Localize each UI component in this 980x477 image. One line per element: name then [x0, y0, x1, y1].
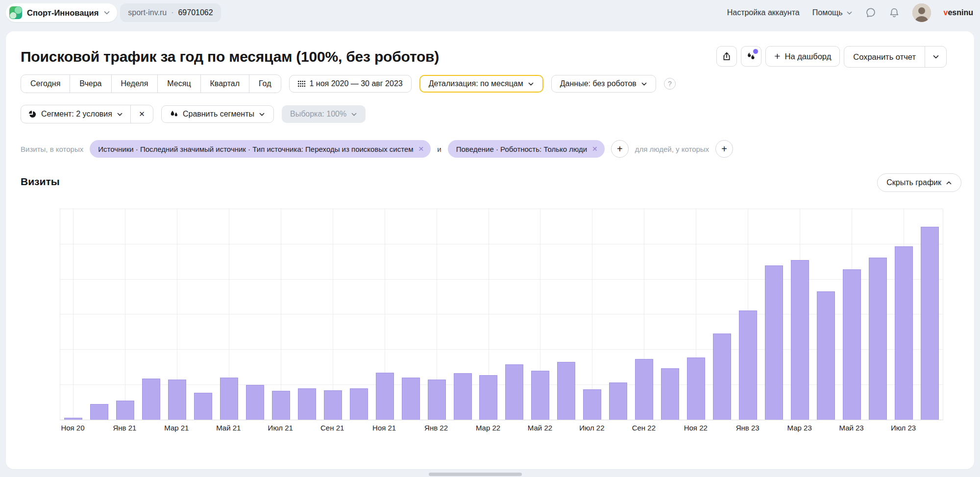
- chart-bar[interactable]: [454, 373, 472, 420]
- bar-slot: [579, 209, 605, 420]
- chart-bar[interactable]: [609, 382, 627, 420]
- chart-bar[interactable]: [843, 269, 861, 420]
- remove-filter-icon[interactable]: ✕: [418, 145, 424, 153]
- filter-chip-robots[interactable]: Поведение · Роботность: Только люди ✕: [448, 140, 605, 158]
- filter-chip-source-type[interactable]: Источники · Последний значимый источник …: [90, 140, 431, 158]
- for-people-label: для людей, у которых: [635, 145, 709, 153]
- x-tick-label: Ноя 20: [61, 424, 84, 432]
- bar-slot: [891, 209, 917, 420]
- chart-bar[interactable]: [298, 388, 316, 420]
- project-switcher[interactable]: Спорт-Инновация: [6, 3, 117, 22]
- chart-bar[interactable]: [557, 362, 575, 420]
- notifications-icon[interactable]: [889, 7, 900, 18]
- x-tick-label: Янв 21: [113, 424, 136, 432]
- chart-bar[interactable]: [739, 310, 757, 420]
- chart-bar[interactable]: [765, 265, 783, 420]
- chart-bar[interactable]: [64, 418, 82, 420]
- chevron-down-icon: [117, 111, 123, 118]
- period-button-4[interactable]: Квартал: [201, 75, 249, 93]
- period-button-3[interactable]: Месяц: [158, 75, 200, 93]
- date-range-label: 1 ноя 2020 — 30 авг 2023: [310, 79, 403, 88]
- x-tick-label: Янв 22: [424, 424, 448, 432]
- visits-in-which-label: Визиты, в которых: [21, 145, 83, 153]
- chart-bar[interactable]: [90, 404, 108, 420]
- detail-select[interactable]: Детализация: по месяцам: [419, 75, 543, 93]
- chart-bar[interactable]: [635, 359, 653, 420]
- help-question-icon[interactable]: ?: [664, 78, 676, 90]
- x-tick-label: Мар 23: [787, 424, 812, 432]
- ai-summary-button[interactable]: [741, 46, 761, 67]
- chart-bar[interactable]: [531, 371, 549, 420]
- report-card: Поисковой трафик за год по месяцам (100%…: [6, 31, 974, 469]
- bar-slot: [268, 209, 294, 420]
- chart-bar[interactable]: [895, 246, 913, 420]
- detail-label: Детализация: по месяцам: [429, 79, 523, 88]
- period-button-5[interactable]: Год: [249, 75, 280, 93]
- username-rest: esninu: [948, 8, 973, 17]
- chart-plot[interactable]: [60, 209, 943, 420]
- period-button-2[interactable]: Неделя: [112, 75, 158, 93]
- chart-bar[interactable]: [791, 260, 809, 420]
- bar-slot: [631, 209, 657, 420]
- bar-slot: [657, 209, 683, 420]
- hide-chart-button[interactable]: Скрыть график: [877, 173, 961, 192]
- date-range-button[interactable]: 1 ноя 2020 — 30 авг 2023: [289, 75, 412, 93]
- bar-slot: [683, 209, 709, 420]
- report-actions: + На дашборд Сохранить отчет: [716, 46, 947, 67]
- chart-bar[interactable]: [687, 358, 705, 420]
- chart-bar[interactable]: [272, 391, 290, 420]
- chart-bar[interactable]: [921, 227, 939, 420]
- remove-filter-icon[interactable]: ✕: [592, 145, 598, 153]
- help-menu[interactable]: Помощь: [812, 8, 853, 17]
- chart-bar[interactable]: [713, 334, 731, 420]
- chart-bar[interactable]: [168, 380, 186, 420]
- filter-chip-source-type-label: Источники · Последний значимый источник …: [98, 145, 413, 153]
- bar-slot: [787, 209, 813, 420]
- project-name: Спорт-Инновация: [27, 8, 98, 18]
- chat-icon[interactable]: [865, 7, 876, 18]
- chart-bar[interactable]: [324, 390, 342, 420]
- chart-bar[interactable]: [428, 380, 446, 420]
- save-report-menu-button[interactable]: [925, 47, 946, 67]
- compare-segments-label: Сравнить сегменты: [183, 110, 254, 119]
- avatar[interactable]: [912, 3, 931, 22]
- bar-slot: [398, 209, 424, 420]
- chart-bar[interactable]: [116, 401, 134, 420]
- site-domain: sport-inv.ru: [128, 8, 167, 17]
- add-people-filter-button[interactable]: +: [715, 140, 733, 158]
- add-to-dashboard-button[interactable]: + На дашборд: [765, 46, 840, 67]
- period-button-1[interactable]: Вчера: [70, 75, 111, 93]
- bar-slot: [60, 209, 86, 420]
- chart-bar[interactable]: [194, 393, 212, 420]
- data-mode-select[interactable]: Данные: без роботов: [551, 75, 656, 93]
- chart-bar[interactable]: [661, 368, 679, 420]
- chart-bar[interactable]: [505, 364, 523, 420]
- chart-bar[interactable]: [220, 378, 238, 420]
- chart-bar[interactable]: [246, 385, 264, 420]
- chart-bar[interactable]: [142, 379, 160, 420]
- pie-segment-icon: [28, 110, 37, 119]
- chart-bar[interactable]: [583, 389, 601, 420]
- account-settings-link[interactable]: Настройка аккаунта: [727, 8, 800, 17]
- segment-select[interactable]: Сегмент: 2 условия: [21, 105, 130, 123]
- export-button[interactable]: [716, 46, 737, 67]
- chart-bar[interactable]: [479, 375, 497, 420]
- notification-dot: [753, 48, 759, 54]
- chart-bar[interactable]: [376, 373, 394, 420]
- bar-slot: [424, 209, 450, 420]
- counter-info[interactable]: sport-inv.ru · 69701062: [120, 3, 220, 22]
- segment-clear-button[interactable]: ✕: [130, 105, 153, 123]
- chevron-down-icon: [259, 111, 265, 118]
- chart-bar[interactable]: [817, 291, 835, 420]
- chart-bar[interactable]: [402, 378, 420, 420]
- chart-bar[interactable]: [869, 258, 887, 420]
- username[interactable]: vesninu: [944, 8, 973, 17]
- horizontal-scrollbar-thumb[interactable]: [429, 473, 522, 476]
- compare-segments-button[interactable]: Сравнить сегменты: [161, 105, 274, 123]
- sample-select[interactable]: Выборка: 100%: [282, 105, 366, 123]
- chart-bar[interactable]: [350, 388, 368, 420]
- add-visit-filter-button[interactable]: +: [611, 140, 629, 158]
- topbar: Спорт-Инновация sport-inv.ru · 69701062 …: [0, 0, 980, 25]
- period-button-0[interactable]: Сегодня: [21, 75, 70, 93]
- save-report-button[interactable]: Сохранить отчет: [844, 47, 925, 67]
